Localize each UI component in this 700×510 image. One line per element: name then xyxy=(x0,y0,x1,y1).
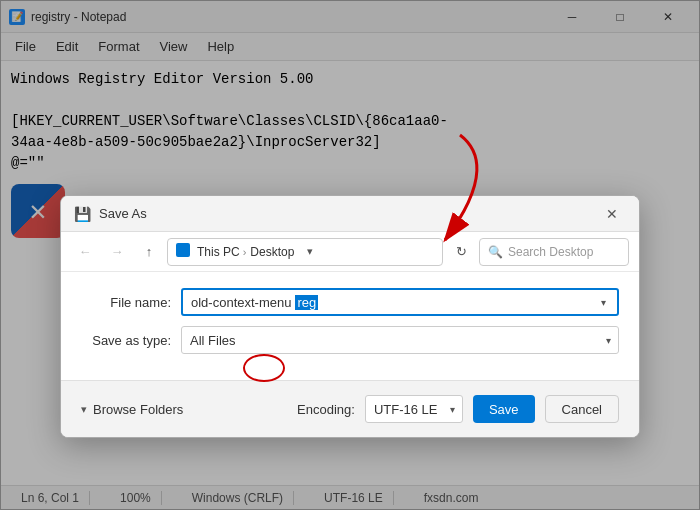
saveastype-label: Save as type: xyxy=(81,333,171,348)
saveastype-select-wrap: All Files ▾ xyxy=(181,326,619,354)
path-chevron-1: › xyxy=(243,246,247,258)
save-dialog-icon: 💾 xyxy=(73,205,91,223)
path-segment-thispc: This PC › xyxy=(197,245,246,259)
saveastype-row: Save as type: All Files ▾ xyxy=(81,326,619,354)
dialog-close-button[interactable]: ✕ xyxy=(597,199,627,229)
filename-prefix: old-context-menu xyxy=(187,295,295,310)
path-dropdown-button[interactable]: ▾ xyxy=(298,238,322,266)
dialog-toolbar: ← → ↑ This PC › Desktop ▾ ↻ 🔍 Search Des… xyxy=(61,232,639,272)
search-placeholder: Search Desktop xyxy=(508,245,593,259)
save-button[interactable]: Save xyxy=(473,395,535,423)
back-button[interactable]: ← xyxy=(71,238,99,266)
cancel-button[interactable]: Cancel xyxy=(545,395,619,423)
footer-right: Encoding: UTF-16 LE ▾ Save Cancel xyxy=(297,395,619,423)
search-bar[interactable]: 🔍 Search Desktop xyxy=(479,238,629,266)
browse-chevron-icon: ▾ xyxy=(81,403,87,416)
path-segment-desktop: Desktop xyxy=(250,245,294,259)
pc-icon xyxy=(176,243,193,260)
path-desktop-label: Desktop xyxy=(250,245,294,259)
forward-button[interactable]: → xyxy=(103,238,131,266)
encoding-select[interactable]: UTF-16 LE xyxy=(365,395,463,423)
encoding-label: Encoding: xyxy=(297,402,355,417)
save-as-dialog: 💾 Save As ✕ ← → ↑ This PC › Desktop ▾ xyxy=(60,195,640,438)
dialog-footer: ▾ Browse Folders Encoding: UTF-16 LE ▾ S… xyxy=(61,380,639,437)
up-button[interactable]: ↑ xyxy=(135,238,163,266)
browse-folders-button[interactable]: ▾ Browse Folders xyxy=(81,402,183,417)
dialog-title-bar: 💾 Save As ✕ xyxy=(61,196,639,232)
dialog-overlay: 💾 Save As ✕ ← → ↑ This PC › Desktop ▾ xyxy=(0,0,700,510)
encoding-select-wrap: UTF-16 LE ▾ xyxy=(365,395,463,423)
path-bar[interactable]: This PC › Desktop ▾ xyxy=(167,238,443,266)
filename-row: File name: old-context-menureg ▾ xyxy=(81,288,619,316)
dialog-title: Save As xyxy=(99,206,597,221)
filename-dropdown-button[interactable]: ▾ xyxy=(593,290,613,314)
filename-input-container[interactable]: old-context-menureg ▾ xyxy=(181,288,619,316)
filename-highlight: reg xyxy=(295,295,318,310)
filename-label: File name: xyxy=(81,295,171,310)
search-icon: 🔍 xyxy=(488,245,503,259)
saveastype-select[interactable]: All Files xyxy=(181,326,619,354)
refresh-button[interactable]: ↻ xyxy=(447,238,475,266)
dialog-content: File name: old-context-menureg ▾ Save as… xyxy=(61,272,639,380)
browse-folders-label: Browse Folders xyxy=(93,402,183,417)
path-thispc-label: This PC xyxy=(197,245,240,259)
